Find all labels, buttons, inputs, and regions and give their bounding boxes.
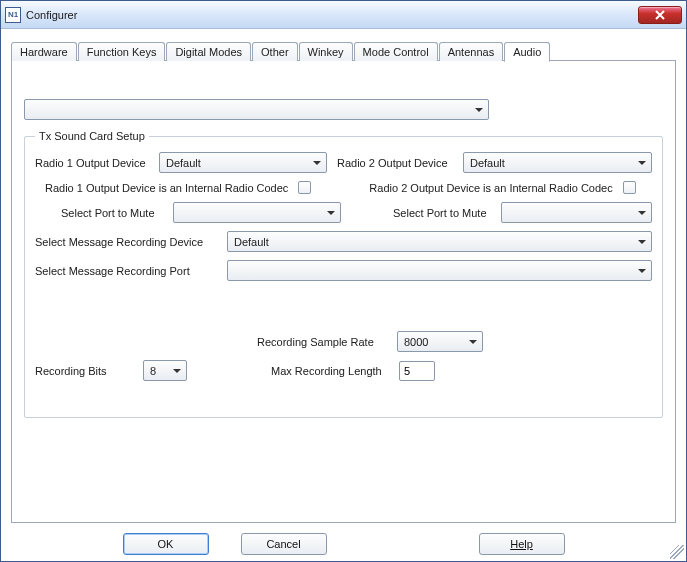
configurer-window: N1 Configurer Hardware Function Keys Dig… bbox=[0, 0, 687, 562]
radio2-output-dropdown[interactable]: Default bbox=[463, 152, 652, 173]
max-recording-length-label: Max Recording Length bbox=[271, 365, 399, 377]
row-mute-ports: Select Port to Mute Select Port to Mute bbox=[35, 202, 652, 223]
window-title: Configurer bbox=[26, 9, 77, 21]
recording-bits-value: 8 bbox=[150, 365, 156, 377]
titlebar: N1 Configurer bbox=[1, 1, 686, 29]
radio1-output-value: Default bbox=[166, 157, 201, 169]
tab-digital-modes[interactable]: Digital Modes bbox=[166, 42, 251, 61]
client-area: Hardware Function Keys Digital Modes Oth… bbox=[1, 29, 686, 561]
help-label: Help bbox=[510, 538, 533, 550]
tab-audio[interactable]: Audio bbox=[504, 42, 550, 62]
radio1-mute-label: Select Port to Mute bbox=[61, 207, 173, 219]
radio1-codec-checkbox[interactable] bbox=[298, 181, 311, 194]
msg-device-value: Default bbox=[234, 236, 269, 248]
ok-button[interactable]: OK bbox=[123, 533, 209, 555]
msg-device-dropdown[interactable]: Default bbox=[227, 231, 652, 252]
tab-mode-control[interactable]: Mode Control bbox=[354, 42, 438, 61]
tab-function-keys[interactable]: Function Keys bbox=[78, 42, 166, 61]
cancel-button[interactable]: Cancel bbox=[241, 533, 327, 555]
close-icon bbox=[655, 10, 665, 20]
radio1-codec-label: Radio 1 Output Device is an Internal Rad… bbox=[45, 182, 288, 194]
radio2-mute-label: Select Port to Mute bbox=[393, 207, 501, 219]
sample-rate-label: Recording Sample Rate bbox=[257, 336, 397, 348]
radio2-codec-checkbox[interactable] bbox=[623, 181, 636, 194]
app-icon: N1 bbox=[5, 7, 21, 23]
msg-port-label: Select Message Recording Port bbox=[35, 265, 227, 277]
tab-antennas[interactable]: Antennas bbox=[439, 42, 503, 61]
row-msg-port: Select Message Recording Port bbox=[35, 260, 652, 281]
radio2-output-value: Default bbox=[470, 157, 505, 169]
tab-panel-audio: Tx Sound Card Setup Radio 1 Output Devic… bbox=[11, 60, 676, 523]
resize-grip[interactable] bbox=[670, 545, 684, 559]
sample-rate-value: 8000 bbox=[404, 336, 428, 348]
radio2-mute-dropdown[interactable] bbox=[501, 202, 652, 223]
radio1-output-dropdown[interactable]: Default bbox=[159, 152, 327, 173]
tab-other[interactable]: Other bbox=[252, 42, 298, 61]
close-button[interactable] bbox=[638, 6, 682, 24]
row-sample-rate: Recording Sample Rate 8000 bbox=[35, 331, 652, 352]
row-bits-maxlen: Recording Bits 8 Max Recording Length bbox=[35, 360, 652, 381]
radio2-codec-label: Radio 2 Output Device is an Internal Rad… bbox=[369, 182, 612, 194]
max-recording-length-input[interactable] bbox=[399, 361, 435, 381]
msg-device-label: Select Message Recording Device bbox=[35, 236, 227, 248]
row-output-devices: Radio 1 Output Device Default Radio 2 Ou… bbox=[35, 152, 652, 173]
top-dropdown[interactable] bbox=[24, 99, 489, 120]
tabstrip: Hardware Function Keys Digital Modes Oth… bbox=[11, 39, 676, 61]
group-legend: Tx Sound Card Setup bbox=[35, 130, 149, 142]
recording-bits-label: Recording Bits bbox=[35, 365, 143, 377]
button-row: OK Cancel Help bbox=[11, 523, 676, 555]
radio2-output-label: Radio 2 Output Device bbox=[337, 157, 463, 169]
tx-sound-card-group: Tx Sound Card Setup Radio 1 Output Devic… bbox=[24, 130, 663, 418]
msg-port-dropdown[interactable] bbox=[227, 260, 652, 281]
radio1-mute-dropdown[interactable] bbox=[173, 202, 341, 223]
help-button[interactable]: Help bbox=[479, 533, 565, 555]
row-msg-device: Select Message Recording Device Default bbox=[35, 231, 652, 252]
recording-bits-dropdown[interactable]: 8 bbox=[143, 360, 187, 381]
tab-winkey[interactable]: Winkey bbox=[299, 42, 353, 61]
row-codec-checks: Radio 1 Output Device is an Internal Rad… bbox=[35, 181, 652, 194]
radio1-output-label: Radio 1 Output Device bbox=[35, 157, 159, 169]
sample-rate-dropdown[interactable]: 8000 bbox=[397, 331, 483, 352]
tab-hardware[interactable]: Hardware bbox=[11, 42, 77, 61]
